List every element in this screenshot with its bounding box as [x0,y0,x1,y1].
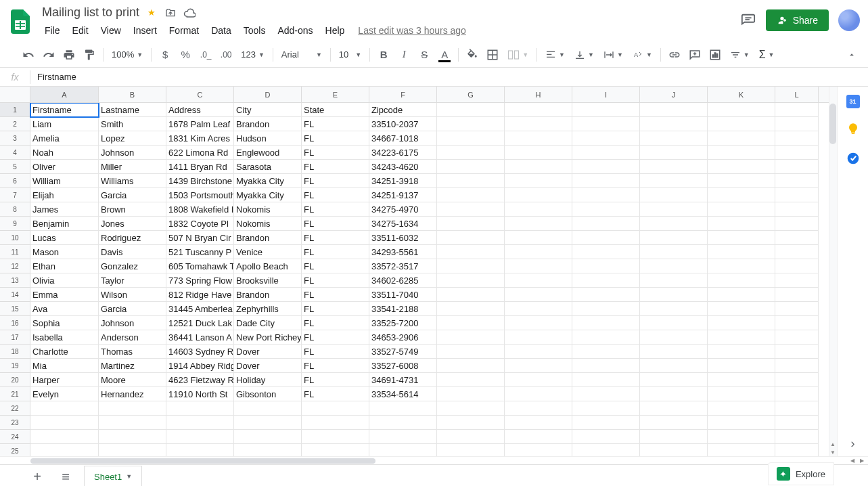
cell[interactable]: Brandon [234,288,302,302]
cell[interactable] [437,273,505,288]
cell[interactable] [775,373,819,387]
cell[interactable]: 33541-2188 [369,302,437,316]
cell[interactable]: FL [302,188,369,202]
cell[interactable] [640,188,708,202]
cell[interactable] [572,217,640,231]
row-header[interactable]: 3 [0,131,30,146]
cell[interactable]: FL [302,231,369,245]
cell[interactable] [505,245,572,259]
cell[interactable] [369,401,437,416]
cell[interactable] [505,330,572,345]
menu-file[interactable]: File [39,22,66,39]
cell[interactable] [708,217,775,231]
cell[interactable]: FL [302,217,369,231]
valign-button[interactable]: ▼ [570,46,598,64]
cell[interactable] [505,345,572,359]
cell[interactable]: FL [302,302,369,316]
cell[interactable]: Dade City [234,316,302,330]
cell[interactable] [166,430,234,444]
col-header-D[interactable]: D [234,87,302,102]
cell[interactable] [572,330,640,345]
cell[interactable] [505,160,572,174]
cell[interactable] [640,117,708,131]
cell[interactable]: James [30,202,99,217]
cell[interactable]: 14603 Sydney R [166,345,234,359]
cell[interactable]: Brandon [234,117,302,131]
cell[interactable]: Lastname [99,103,166,117]
row-header[interactable]: 19 [0,359,30,373]
cell[interactable] [437,302,505,316]
col-header-H[interactable]: H [505,87,572,102]
cell[interactable]: 1503 Portsmouth [166,188,234,202]
cell[interactable] [708,316,775,330]
decrease-decimal-button[interactable]: .0_ [196,45,215,64]
cell[interactable] [166,401,234,416]
row-header[interactable]: 15 [0,302,30,316]
cell[interactable] [775,188,819,202]
cell[interactable] [572,373,640,387]
cell[interactable]: 34243-4620 [369,160,437,174]
cell[interactable]: FL [302,288,369,302]
cell[interactable] [437,188,505,202]
calendar-icon[interactable]: 31 [846,95,860,108]
cell[interactable] [708,131,775,146]
scroll-up-icon[interactable]: ▲ [829,440,837,448]
cell[interactable] [505,444,572,456]
cell[interactable] [708,401,775,416]
cell[interactable] [572,273,640,288]
cell[interactable]: Harper [30,373,99,387]
cell[interactable]: Brooksville [234,273,302,288]
col-header-E[interactable]: E [302,87,369,102]
cell[interactable] [572,117,640,131]
cell[interactable] [572,131,640,146]
cell[interactable] [640,202,708,217]
cell[interactable] [775,302,819,316]
cell[interactable] [572,387,640,401]
cell[interactable] [640,359,708,373]
cell[interactable]: 33527-6008 [369,359,437,373]
cell[interactable]: 773 Spring Flow [166,273,234,288]
scroll-left-icon[interactable]: ◀ [848,457,857,465]
cell[interactable]: City [234,103,302,117]
cell[interactable]: Olivia [30,273,99,288]
menu-help[interactable]: Help [320,22,350,39]
row-header[interactable]: 17 [0,330,30,345]
tasks-icon[interactable] [846,152,860,165]
cell[interactable]: 507 N Bryan Cir [166,231,234,245]
cell[interactable] [505,416,572,430]
menu-view[interactable]: View [95,22,127,39]
cell[interactable] [775,387,819,401]
cell[interactable]: FL [302,146,369,160]
sheets-logo[interactable] [7,8,34,35]
cell[interactable] [505,103,572,117]
cell[interactable] [640,174,708,188]
cell[interactable] [775,416,819,430]
cell[interactable]: Emma [30,288,99,302]
cell[interactable]: William [30,174,99,188]
col-header-B[interactable]: B [99,87,166,102]
cell[interactable] [708,430,775,444]
cell[interactable]: Isabella [30,330,99,345]
scroll-right-icon[interactable]: ▶ [857,457,867,465]
cell[interactable]: Nokomis [234,202,302,217]
cell[interactable]: 31445 Amberlea [166,302,234,316]
scroll-down-icon[interactable]: ▼ [829,448,837,456]
cell[interactable] [708,103,775,117]
cell[interactable] [708,117,775,131]
cell[interactable]: FL [302,245,369,259]
cell[interactable]: FL [302,202,369,217]
cell[interactable]: 1808 Wakefield I [166,202,234,217]
cell[interactable] [708,345,775,359]
account-avatar[interactable] [838,9,860,31]
cell[interactable] [505,146,572,160]
cell[interactable]: FL [302,160,369,174]
cell[interactable] [572,401,640,416]
explore-button[interactable]: ✦ Explore [768,462,834,485]
last-edit-link[interactable]: Last edit was 3 hours ago [358,25,466,36]
cell[interactable]: Wilson [99,288,166,302]
cell[interactable] [708,288,775,302]
cell[interactable] [437,117,505,131]
fill-color-button[interactable] [463,45,482,64]
cell[interactable]: 33510-2037 [369,117,437,131]
italic-button[interactable]: I [394,45,413,64]
